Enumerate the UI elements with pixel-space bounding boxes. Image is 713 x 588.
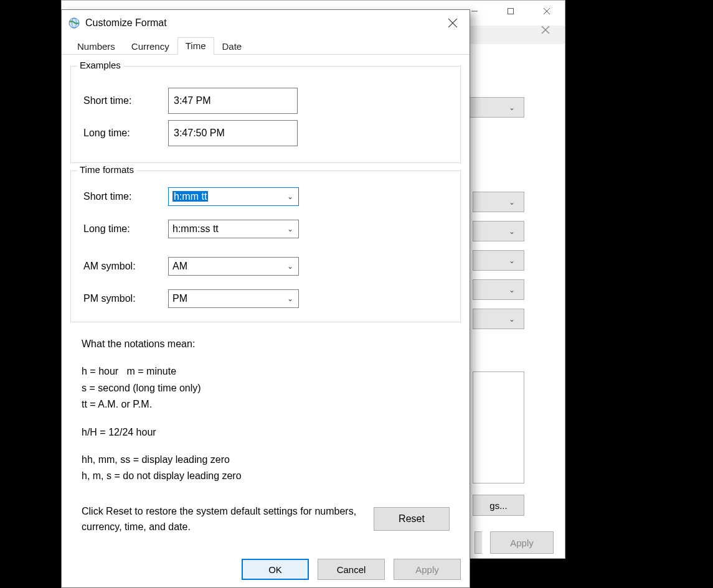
parent-maximize-button[interactable] (493, 1, 529, 22)
customize-format-dialog: Customize Format Numbers Currency Time D… (61, 9, 470, 588)
bg-listbox[interactable] (473, 371, 524, 483)
reset-button-label: Reset (399, 513, 425, 525)
reset-message: Click Reset to restore the system defaul… (82, 503, 374, 535)
short-time-label: Short time: (81, 191, 168, 202)
notation-help: What the notations mean: h = hour m = mi… (70, 330, 461, 485)
cancel-button[interactable]: Cancel (318, 559, 385, 580)
formats-legend: Time formats (77, 164, 136, 175)
apply-button-label: Apply (415, 564, 439, 575)
examples-group: Examples Short time: 3:47 PM Long time: … (70, 66, 461, 163)
ok-button-label: OK (268, 564, 282, 575)
example-long-label: Long time: (81, 128, 168, 139)
tab-time[interactable]: Time (177, 37, 214, 55)
tab-currency[interactable]: Currency (123, 38, 177, 55)
chevron-down-icon: ⌄ (509, 286, 515, 294)
chevron-down-icon: ⌄ (283, 192, 297, 201)
dialog-footer: OK Cancel Apply (62, 558, 470, 587)
notation-line: h = hour m = minute (82, 363, 450, 380)
long-time-value: h:mm:ss tt (172, 223, 283, 235)
bg-combo-6[interactable]: ⌄ (473, 309, 524, 329)
parent-close-button[interactable] (529, 1, 565, 22)
am-symbol-label: AM symbol: (81, 261, 168, 272)
notation-line: s = second (long time only) (82, 380, 450, 396)
example-long-value: 3:47:50 PM (168, 120, 298, 146)
pm-symbol-label: PM symbol: (81, 293, 168, 304)
svg-rect-1 (508, 9, 514, 14)
cancel-button-label: Cancel (337, 564, 366, 575)
chevron-down-icon: ⌄ (509, 315, 515, 324)
example-short-label: Short time: (81, 95, 168, 106)
chevron-down-icon: ⌄ (509, 198, 515, 207)
short-time-value: h:mm tt (172, 191, 208, 202)
bg-ok-fragment[interactable] (475, 531, 482, 554)
notation-line: tt = A.M. or P.M. (82, 396, 450, 413)
tab-date[interactable]: Date (214, 38, 250, 55)
globe-icon (68, 17, 80, 29)
parent-dialog-close-button[interactable] (535, 19, 556, 40)
bg-combo-2[interactable]: ⌄ (473, 192, 524, 212)
am-symbol-value: AM (172, 261, 283, 272)
bg-apply-button-label: Apply (510, 538, 534, 548)
chevron-down-icon: ⌄ (509, 256, 515, 265)
chevron-down-icon: ⌄ (283, 262, 297, 271)
notation-line: h, m, s = do not display leading zero (82, 468, 450, 484)
chevron-down-icon: ⌄ (509, 103, 515, 112)
tabstrip: Numbers Currency Time Date (62, 36, 470, 55)
notation-line: h/H = 12/24 hour (82, 424, 450, 441)
ok-button[interactable]: OK (242, 559, 309, 580)
long-time-label: Long time: (81, 223, 168, 235)
time-tab-pane: Examples Short time: 3:47 PM Long time: … (62, 55, 470, 535)
chevron-down-icon: ⌄ (509, 227, 515, 236)
bg-settings-button[interactable]: gs... (473, 495, 524, 516)
chevron-down-icon: ⌄ (283, 225, 297, 233)
bg-combo-5[interactable]: ⌄ (473, 279, 524, 300)
formats-group: Time formats Short time: h:mm tt ⌄ Long … (70, 170, 461, 322)
examples-legend: Examples (77, 60, 123, 70)
dialog-titlebar[interactable]: Customize Format (62, 10, 470, 36)
example-short-value: 3:47 PM (168, 88, 298, 114)
notation-line: hh, mm, ss = display leading zero (82, 452, 450, 468)
dialog-title: Customize Format (85, 17, 167, 29)
pm-symbol-value: PM (172, 293, 283, 304)
bg-combo-3[interactable]: ⌄ (473, 221, 524, 241)
bg-settings-button-label: gs... (489, 500, 507, 511)
pm-symbol-combo[interactable]: PM ⌄ (168, 289, 299, 308)
notation-heading: What the notations mean: (82, 336, 450, 352)
long-time-combo[interactable]: h:mm:ss tt ⌄ (168, 220, 299, 238)
dialog-close-button[interactable] (436, 10, 470, 36)
am-symbol-combo[interactable]: AM ⌄ (168, 257, 299, 276)
reset-button[interactable]: Reset (374, 507, 450, 531)
apply-button[interactable]: Apply (394, 559, 461, 580)
short-time-combo[interactable]: h:mm tt ⌄ (168, 187, 299, 206)
bg-apply-button[interactable]: Apply (490, 531, 554, 554)
bg-combo-4[interactable]: ⌄ (473, 250, 524, 271)
chevron-down-icon: ⌄ (283, 294, 297, 303)
tab-numbers[interactable]: Numbers (69, 38, 123, 55)
